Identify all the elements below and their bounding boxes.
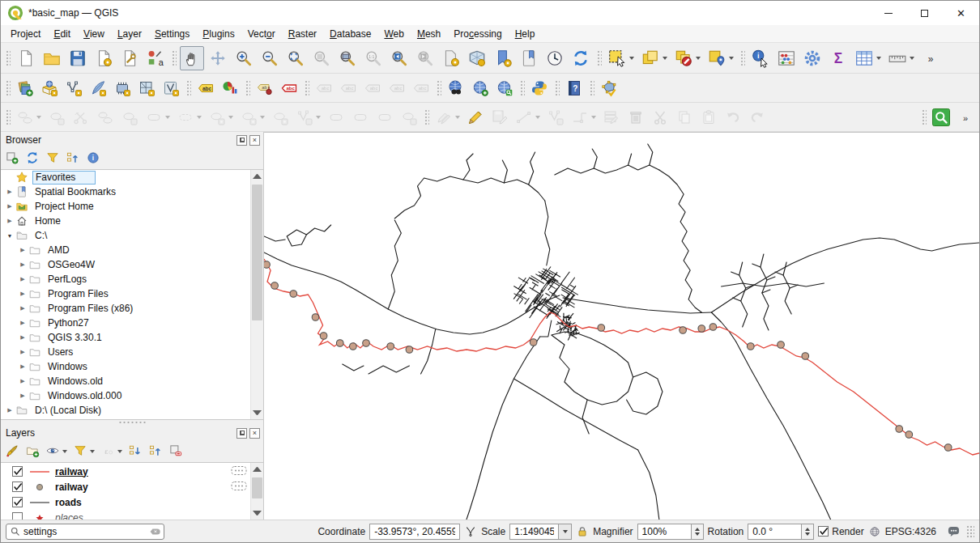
browser-item-amd[interactable]: ▶AMD bbox=[1, 243, 250, 257]
layer-visibility-checkbox[interactable] bbox=[12, 497, 23, 507]
dropdown-arrow-icon[interactable] bbox=[455, 116, 460, 119]
expander-collapsed-icon[interactable]: ▶ bbox=[17, 392, 28, 399]
map-canvas[interactable] bbox=[264, 132, 979, 520]
magnifier-spinbox[interactable] bbox=[637, 524, 704, 540]
new-temporary-scratch-layer-button[interactable] bbox=[111, 77, 134, 100]
browser-panel-header[interactable]: Browser × bbox=[1, 132, 263, 148]
toolbar-grip[interactable] bbox=[739, 49, 745, 67]
select-features-by-value-button[interactable] bbox=[638, 46, 670, 70]
highlight-pinned-labels-button[interactable]: abc bbox=[278, 77, 300, 100]
manage-map-themes-button[interactable] bbox=[43, 441, 70, 463]
browser-item-favorites[interactable]: Favorites bbox=[1, 170, 250, 185]
messages-icon[interactable] bbox=[947, 524, 961, 538]
menu-view[interactable]: View bbox=[77, 27, 111, 41]
coordinate-input[interactable] bbox=[369, 524, 460, 540]
filter-browser-button[interactable] bbox=[43, 148, 62, 170]
layers-scrollbar[interactable] bbox=[250, 463, 263, 520]
toolbar-grip[interactable] bbox=[5, 49, 11, 67]
toolbar-grip[interactable] bbox=[5, 108, 11, 126]
new-virtual-layer-button[interactable] bbox=[135, 77, 158, 100]
browser-float-button[interactable] bbox=[236, 135, 247, 146]
rotation-spin-buttons[interactable] bbox=[801, 524, 814, 540]
browser-item-spatial-bookmarks[interactable]: ▶Spatial Bookmarks bbox=[1, 185, 250, 199]
expander-collapsed-icon[interactable]: ▶ bbox=[17, 320, 28, 326]
layer-diagram-options-button[interactable] bbox=[219, 77, 241, 100]
expander-collapsed-icon[interactable]: ▶ bbox=[17, 261, 28, 268]
browser-item-windows-old[interactable]: ▶Windows.old bbox=[1, 374, 250, 388]
zoom-last-button[interactable] bbox=[387, 46, 411, 70]
show-layout-manager-button[interactable] bbox=[117, 46, 142, 70]
locator-search-button[interactable] bbox=[930, 106, 952, 129]
toolbar-grip[interactable] bbox=[424, 108, 429, 126]
search-web-services-button[interactable] bbox=[493, 77, 516, 100]
dropdown-arrow-icon[interactable] bbox=[165, 116, 170, 119]
dropdown-arrow-icon[interactable] bbox=[910, 57, 914, 60]
menu-project[interactable]: Project bbox=[4, 27, 47, 41]
open-attribute-table-button[interactable] bbox=[852, 46, 884, 70]
show-statistics-button[interactable]: Σ bbox=[826, 46, 850, 70]
dropdown-arrow-icon[interactable] bbox=[36, 116, 41, 119]
layers-scroll-thumb[interactable] bbox=[252, 477, 262, 498]
toolbar-grip[interactable] bbox=[596, 49, 602, 67]
layer-visibility-checkbox[interactable] bbox=[12, 512, 23, 520]
dropdown-arrow-icon[interactable] bbox=[197, 116, 202, 119]
metasearch-catalog-button[interactable] bbox=[445, 77, 467, 100]
layer-item-roads[interactable]: roads bbox=[1, 494, 250, 510]
pin-labels-button[interactable]: ab bbox=[254, 77, 276, 100]
browser-item-program-files-x86[interactable]: ▶Program Files (x86) bbox=[1, 301, 250, 316]
dropdown-arrow-icon[interactable] bbox=[696, 57, 701, 60]
toolbar-grip[interactable] bbox=[554, 79, 560, 97]
menu-database[interactable]: Database bbox=[323, 27, 377, 41]
expander-collapsed-icon[interactable]: ▶ bbox=[4, 218, 15, 224]
zoom-to-layer-button[interactable] bbox=[335, 46, 360, 70]
add-group-button[interactable] bbox=[23, 441, 42, 463]
render-checkbox[interactable] bbox=[818, 526, 829, 537]
expander-collapsed-icon[interactable]: ▶ bbox=[17, 247, 28, 253]
dropdown-arrow-icon[interactable] bbox=[729, 57, 734, 60]
filter-legend-button[interactable] bbox=[70, 441, 97, 463]
expander-collapsed-icon[interactable]: ▶ bbox=[4, 203, 15, 210]
expander-collapsed-icon[interactable]: ▶ bbox=[17, 334, 28, 341]
layers-close-button[interactable]: × bbox=[249, 428, 260, 439]
dropdown-arrow-icon[interactable] bbox=[591, 116, 596, 119]
crs-status[interactable]: EPSG:4326 bbox=[885, 526, 936, 537]
collapse-all-button[interactable] bbox=[146, 441, 165, 463]
layers-panel-header[interactable]: Layers × bbox=[1, 425, 263, 441]
browser-scrollbar[interactable] bbox=[250, 170, 263, 419]
menu-raster[interactable]: Raster bbox=[282, 27, 323, 41]
remove-layer-button[interactable] bbox=[166, 441, 185, 463]
pan-map-button[interactable] bbox=[180, 46, 204, 70]
expander-collapsed-icon[interactable]: ▶ bbox=[17, 291, 28, 297]
memory-layer-indicator-icon[interactable] bbox=[231, 481, 247, 494]
memory-layer-indicator-icon[interactable] bbox=[231, 465, 247, 478]
expand-all-button[interactable] bbox=[126, 441, 145, 463]
layer-item-places[interactable]: places bbox=[1, 510, 250, 520]
toolbar-overflow-button[interactable]: » bbox=[918, 46, 943, 70]
toolbar-grip[interactable] bbox=[185, 79, 191, 97]
new-spatialite-layer-button[interactable] bbox=[87, 77, 109, 100]
layers-float-button[interactable] bbox=[236, 428, 247, 439]
identify-features-button[interactable]: i bbox=[748, 46, 773, 70]
toolbar-grip[interactable] bbox=[245, 79, 250, 97]
new-project-button[interactable] bbox=[14, 46, 38, 70]
browser-item-perflogs[interactable]: ▶PerfLogs bbox=[1, 272, 250, 286]
toolbar-grip[interactable] bbox=[921, 108, 927, 126]
save-project-button[interactable] bbox=[66, 46, 90, 70]
toolbar-grip[interactable] bbox=[589, 79, 594, 97]
processing-toolbox-button[interactable] bbox=[800, 46, 824, 70]
new-map-view-button[interactable] bbox=[439, 46, 463, 70]
crs-globe-icon[interactable] bbox=[868, 525, 881, 538]
layer-item-railway[interactable]: railway bbox=[1, 464, 250, 479]
browser-item-qgis-3-30-1[interactable]: ▶QGIS 3.30.1 bbox=[1, 330, 250, 345]
browser-scroll-thumb[interactable] bbox=[252, 185, 262, 320]
expander-collapsed-icon[interactable]: ▶ bbox=[17, 305, 28, 312]
dropdown-arrow-icon[interactable] bbox=[629, 57, 634, 60]
magnifier-input[interactable] bbox=[637, 524, 691, 540]
style-manager-button[interactable]: a bbox=[143, 46, 168, 70]
zoom-full-button[interactable] bbox=[283, 46, 308, 70]
measure-line-button[interactable] bbox=[885, 46, 917, 70]
zoom-in-button[interactable] bbox=[232, 46, 256, 70]
select-by-location-button[interactable] bbox=[705, 46, 736, 70]
browser-item-d-local-disk[interactable]: ▶D:\ (Local Disk) bbox=[1, 403, 250, 418]
menu-web[interactable]: Web bbox=[377, 27, 410, 41]
